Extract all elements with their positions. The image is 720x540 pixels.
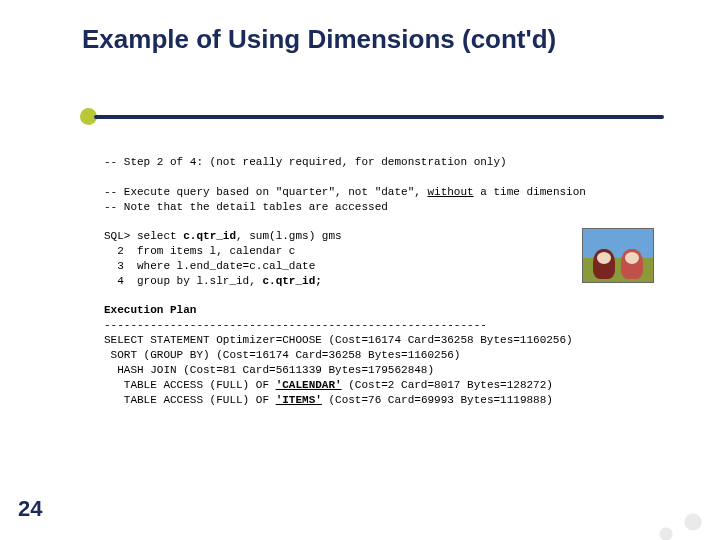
plan-text: TABLE ACCESS (FULL) OF bbox=[104, 379, 276, 391]
plan-line: SORT (GROUP BY) (Cost=16174 Card=36258 B… bbox=[104, 349, 460, 361]
sql-line: 3 where l.end_date=c.cal_date bbox=[104, 260, 315, 272]
sql-bold: c.qtr_id bbox=[183, 230, 236, 242]
corner-decoration-icon bbox=[630, 480, 720, 540]
page-number: 24 bbox=[18, 496, 42, 522]
sql-line: 2 from items l, calendar c bbox=[104, 245, 295, 257]
slide-container: Example of Using Dimensions (cont'd) -- … bbox=[0, 0, 720, 540]
plan-line: SELECT STATEMENT Optimizer=CHOOSE (Cost=… bbox=[104, 334, 573, 346]
plan-line: HASH JOIN (Cost=81 Card=5611339 Bytes=17… bbox=[104, 364, 434, 376]
cartoon-characters-icon bbox=[593, 239, 645, 279]
comment-line: -- Note that the detail tables are acces… bbox=[104, 201, 388, 213]
execution-plan-rule: ----------------------------------------… bbox=[104, 319, 487, 331]
sql-text: , sum(l.gms) gms bbox=[236, 230, 342, 242]
plan-text: (Cost=2 Card=8017 Bytes=128272) bbox=[342, 379, 553, 391]
decorative-image bbox=[582, 228, 654, 283]
underlined-word: without bbox=[427, 186, 473, 198]
sql-text: select bbox=[137, 230, 183, 242]
title-underline bbox=[94, 115, 664, 119]
table-name-underlined: 'CALENDAR' bbox=[276, 379, 342, 391]
plan-text: (Cost=76 Card=69993 Bytes=1119888) bbox=[322, 394, 553, 406]
table-name-underlined: 'ITEMS' bbox=[276, 394, 322, 406]
plan-text: TABLE ACCESS (FULL) OF bbox=[104, 394, 276, 406]
sql-text: 4 group by l.slr_id, bbox=[104, 275, 262, 287]
sql-bold: c.qtr_id; bbox=[262, 275, 321, 287]
execution-plan-heading: Execution Plan bbox=[104, 304, 196, 316]
sql-prompt: SQL> bbox=[104, 230, 137, 242]
comment-line: a time dimension bbox=[474, 186, 586, 198]
slide-title: Example of Using Dimensions (cont'd) bbox=[0, 0, 720, 55]
comment-line: -- Step 2 of 4: (not really required, fo… bbox=[104, 156, 507, 168]
comment-line: -- Execute query based on "quarter", not… bbox=[104, 186, 427, 198]
